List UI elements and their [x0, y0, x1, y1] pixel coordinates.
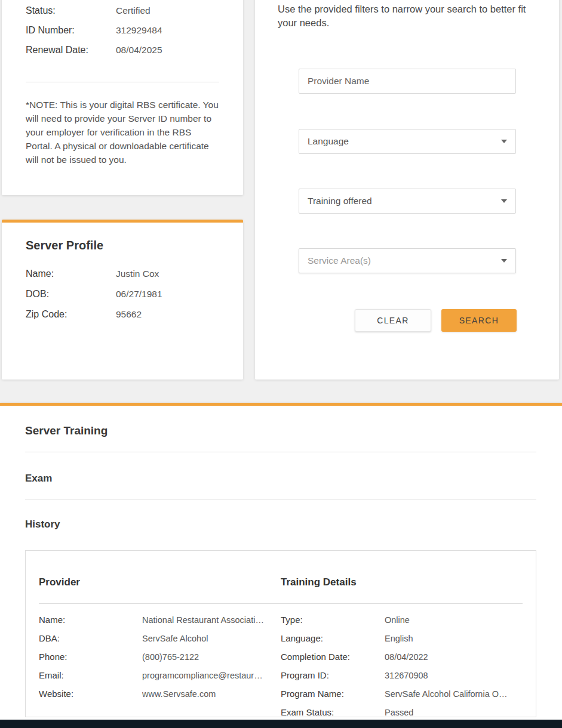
provider-search-card: Use the provided filters to narrow your …	[255, 0, 559, 380]
field-label: Zip Code:	[26, 309, 116, 320]
provider-column: Name: National Restaurant Associati… DBA…	[39, 615, 281, 717]
clear-button[interactable]: CLEAR	[355, 309, 431, 332]
profile-name-value: Justin Cox	[116, 268, 159, 279]
provider-section-title: Provider	[39, 576, 281, 589]
service-area-select[interactable]: Service Area(s)	[299, 248, 516, 273]
provider-name-value: National Restaurant Associati…	[142, 615, 264, 625]
training-details-column: Type: Online Language: English Completio…	[281, 615, 523, 717]
field-label: ID Number:	[26, 24, 116, 36]
service-area-select-placeholder: Service Area(s)	[308, 255, 371, 266]
field-row: Name: Justin Cox	[26, 268, 219, 279]
profile-zip-value: 95662	[116, 309, 142, 320]
program-id-value: 312670908	[385, 670, 428, 681]
server-training-title: Server Training	[25, 424, 536, 437]
provider-email-value: programcompliance@restaur…	[142, 670, 263, 681]
training-language-value: English	[385, 633, 413, 644]
provider-phone-value: (800)765-2122	[142, 652, 199, 662]
field-row: Phone: (800)765-2122	[39, 652, 281, 662]
certificate-card: Status: Certified ID Number: 312929484 R…	[2, 0, 243, 195]
field-label: Completion Date:	[281, 652, 385, 662]
divider	[25, 452, 536, 452]
field-row: Completion Date: 08/04/2022	[281, 652, 523, 662]
field-row: Type: Online	[281, 615, 523, 625]
history-detail-box: Provider Training Details Name: National…	[25, 550, 536, 717]
field-row: Status: Certified	[26, 5, 219, 16]
field-row: Language: English	[281, 633, 523, 644]
provider-dba-value: ServSafe Alcohol	[142, 633, 208, 644]
history-box-header: Provider Training Details	[26, 551, 536, 589]
field-row: Program Name: ServSafe Alcohol Californi…	[281, 689, 523, 699]
completion-date-value: 08/04/2022	[385, 652, 428, 662]
training-details-section-title: Training Details	[281, 576, 523, 589]
field-row: DOB: 06/27/1981	[26, 288, 219, 300]
field-row: Name: National Restaurant Associati…	[39, 615, 281, 625]
field-label: Email:	[39, 670, 142, 681]
training-type-value: Online	[385, 615, 410, 625]
field-row: Renewal Date: 08/04/2025	[26, 44, 219, 55]
certificate-note: *NOTE: This is your digital RBS certific…	[26, 98, 219, 166]
search-button[interactable]: SEARCH	[441, 309, 517, 332]
provider-website-value: www.Servsafe.com	[142, 689, 216, 699]
program-name-value: ServSafe Alcohol California O…	[385, 689, 508, 699]
field-label: Language:	[281, 633, 385, 644]
history-section-header[interactable]: History	[25, 518, 536, 530]
field-label: Phone:	[39, 652, 142, 662]
field-label: Name:	[39, 615, 142, 625]
renewal-date-value: 08/04/2025	[116, 44, 162, 55]
field-row: Zip Code: 95662	[26, 309, 219, 320]
field-row: Program ID: 312670908	[281, 670, 523, 681]
chevron-down-icon	[501, 259, 507, 263]
training-offered-select-label: Training offered	[308, 196, 372, 206]
exam-section-header[interactable]: Exam	[25, 472, 536, 485]
divider	[26, 82, 219, 82]
training-offered-select[interactable]: Training offered	[299, 189, 516, 214]
server-training-card: Server Training Exam History Provider Tr…	[0, 403, 562, 720]
field-label: Name:	[26, 268, 116, 279]
provider-name-input[interactable]	[299, 69, 516, 94]
server-profile-title: Server Profile	[26, 238, 219, 252]
rbs-portal-page: Status: Certified ID Number: 312929484 R…	[0, 0, 562, 728]
field-label: Program ID:	[281, 670, 385, 681]
divider	[25, 499, 536, 499]
id-number-value: 312929484	[116, 24, 162, 36]
field-label: Exam Status:	[281, 707, 385, 717]
field-row: Website: www.Servsafe.com	[39, 689, 281, 699]
language-select[interactable]: Language	[299, 129, 516, 154]
field-row: Email: programcompliance@restaur…	[39, 670, 281, 681]
history-box-body: Name: National Restaurant Associati… DBA…	[26, 604, 536, 717]
field-label: Program Name:	[281, 689, 385, 699]
field-label: DBA:	[39, 633, 142, 644]
field-label: Type:	[281, 615, 385, 625]
status-value: Certified	[116, 5, 151, 16]
exam-status-value: Passed	[385, 707, 413, 717]
field-label: DOB:	[26, 288, 116, 300]
server-profile-card: Server Profile Name: Justin Cox DOB: 06/…	[2, 220, 243, 380]
footer-bar	[0, 720, 562, 728]
field-label: Website:	[39, 689, 142, 699]
field-label: Renewal Date:	[26, 44, 116, 55]
field-row: Exam Status: Passed	[281, 707, 523, 717]
field-label: Status:	[26, 5, 116, 16]
chevron-down-icon	[501, 199, 507, 203]
field-row: ID Number: 312929484	[26, 24, 219, 36]
language-select-label: Language	[308, 136, 349, 147]
profile-dob-value: 06/27/1981	[116, 288, 162, 300]
search-intro-text: Use the provided filters to narrow your …	[278, 2, 535, 30]
chevron-down-icon	[501, 140, 507, 143]
field-row: DBA: ServSafe Alcohol	[39, 633, 281, 644]
